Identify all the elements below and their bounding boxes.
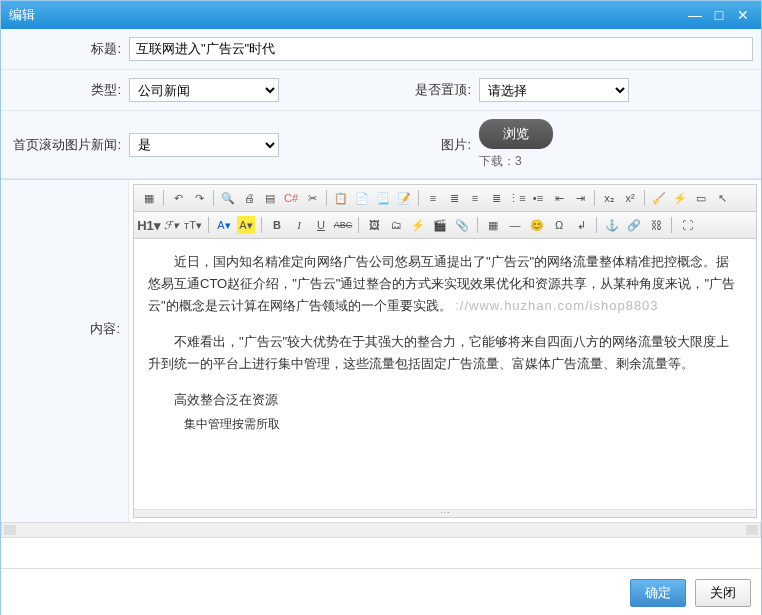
resize-handle[interactable]: ⋯ (134, 509, 756, 517)
media-icon[interactable]: 🎬 (431, 216, 449, 234)
scroll-select[interactable]: 是 (129, 133, 279, 157)
quick-icon[interactable]: ⚡ (671, 189, 689, 207)
browse-button[interactable]: 浏览 (479, 119, 553, 149)
horizontal-scrollbar[interactable] (1, 522, 761, 538)
watermark-text: ://www.huzhan.com/ishop8803 (455, 298, 658, 313)
paste-icon[interactable]: 📄 (353, 189, 371, 207)
paragraph: 近日，国内知名精准定向网络广告公司悠易互通提出了"广告云"的网络流量整体精准把控… (148, 251, 742, 317)
align-left-icon[interactable]: ≡ (424, 189, 442, 207)
template-icon[interactable]: ▤ (261, 189, 279, 207)
footer: 确定 关闭 (1, 568, 761, 615)
backcolor-icon[interactable]: A▾ (237, 216, 255, 234)
bold-icon[interactable]: B (268, 216, 286, 234)
ok-button[interactable]: 确定 (630, 579, 686, 607)
list-ol-icon[interactable]: ⋮≡ (508, 189, 526, 207)
emoji-icon[interactable]: 😊 (528, 216, 546, 234)
fullscreen-icon[interactable]: ⛶ (678, 216, 696, 234)
indent-icon[interactable]: ⇥ (571, 189, 589, 207)
preview-icon[interactable]: 🔍 (219, 189, 237, 207)
redo-icon[interactable]: ↷ (190, 189, 208, 207)
code-icon[interactable]: C# (282, 189, 300, 207)
download-text: 下载：3 (479, 153, 553, 170)
link-icon[interactable]: 🔗 (625, 216, 643, 234)
maximize-icon[interactable]: □ (709, 6, 729, 24)
titlebar: 编辑 — □ ✕ (1, 1, 761, 29)
editor-section: 内容: ▦ ↶ ↷ 🔍 🖨 ▤ C# ✂ 📋 📄 📃 📝 ≡ ≣ (1, 180, 761, 522)
italic-icon[interactable]: I (290, 216, 308, 234)
minimize-icon[interactable]: — (685, 6, 705, 24)
special-icon[interactable]: Ω (550, 216, 568, 234)
window-title: 编辑 (9, 6, 681, 24)
underline-icon[interactable]: U (312, 216, 330, 234)
align-justify-icon[interactable]: ≣ (487, 189, 505, 207)
sup-icon[interactable]: x² (621, 189, 639, 207)
print-icon[interactable]: 🖨 (240, 189, 258, 207)
cut-icon[interactable]: ✂ (303, 189, 321, 207)
table-icon[interactable]: ▦ (484, 216, 502, 234)
clear-icon[interactable]: 🧹 (650, 189, 668, 207)
unlink-icon[interactable]: ⛓ (647, 216, 665, 234)
break-icon[interactable]: ↲ (572, 216, 590, 234)
toolbar-row2: H1▾ ℱ▾ тT▾ A▾ A▾ B I U ABC 🖼 🗂 ⚡ 🎬 📎 ▦ — (134, 212, 756, 239)
top-label: 是否置顶: (389, 81, 479, 99)
copy-icon[interactable]: 📋 (332, 189, 350, 207)
heading-select[interactable]: H1▾ (140, 216, 158, 234)
editor-body[interactable]: 近日，国内知名精准定向网络广告公司悠易互通提出了"广告云"的网络流量整体精准把控… (134, 239, 756, 509)
source-icon[interactable]: ▦ (140, 189, 158, 207)
strike-icon[interactable]: ABC (334, 216, 352, 234)
size-select[interactable]: тT▾ (184, 216, 202, 234)
hr-icon[interactable]: — (506, 216, 524, 234)
toolbar-row1: ▦ ↶ ↷ 🔍 🖨 ▤ C# ✂ 📋 📄 📃 📝 ≡ ≣ ≡ ≣ (134, 185, 756, 212)
close-button[interactable]: 关闭 (695, 579, 751, 607)
close-icon[interactable]: ✕ (733, 6, 753, 24)
multi-image-icon[interactable]: 🗂 (387, 216, 405, 234)
undo-icon[interactable]: ↶ (169, 189, 187, 207)
type-label: 类型: (9, 81, 129, 99)
flash-icon[interactable]: ⚡ (409, 216, 427, 234)
forecolor-icon[interactable]: A▾ (215, 216, 233, 234)
align-center-icon[interactable]: ≣ (445, 189, 463, 207)
outdent-icon[interactable]: ⇤ (550, 189, 568, 207)
image-icon[interactable]: 🖼 (365, 216, 383, 234)
edit-window: 编辑 — □ ✕ 标题: 类型: 公司新闻 是否置顶: 请选择 首页滚动图片新闻… (0, 0, 762, 615)
font-select[interactable]: ℱ▾ (162, 216, 180, 234)
top-select[interactable]: 请选择 (479, 78, 629, 102)
pic-label: 图片: (389, 136, 479, 154)
paragraph: 不难看出，"广告云"较大优势在于其强大的整合力，它能够将来自四面八方的网络流量较… (148, 331, 742, 375)
paragraph: 集中管理按需所取 (148, 414, 742, 434)
paste-text-icon[interactable]: 📃 (374, 189, 392, 207)
type-select[interactable]: 公司新闻 (129, 78, 279, 102)
sub-icon[interactable]: x₂ (600, 189, 618, 207)
list-ul-icon[interactable]: •≡ (529, 189, 547, 207)
paragraph: 高效整合泛在资源 (148, 389, 742, 411)
form-area: 标题: 类型: 公司新闻 是否置顶: 请选择 首页滚动图片新闻: 是 图片: 浏 (1, 29, 761, 180)
title-input[interactable] (129, 37, 753, 61)
rich-editor: ▦ ↶ ↷ 🔍 🖨 ▤ C# ✂ 📋 📄 📃 📝 ≡ ≣ ≡ ≣ (133, 184, 757, 518)
title-label: 标题: (9, 40, 129, 58)
select-icon[interactable]: ▭ (692, 189, 710, 207)
pointer-icon[interactable]: ↖ (713, 189, 731, 207)
scroll-label: 首页滚动图片新闻: (9, 136, 129, 154)
file-icon[interactable]: 📎 (453, 216, 471, 234)
content-label: 内容: (1, 180, 129, 522)
anchor-icon[interactable]: ⚓ (603, 216, 621, 234)
align-right-icon[interactable]: ≡ (466, 189, 484, 207)
paste-word-icon[interactable]: 📝 (395, 189, 413, 207)
